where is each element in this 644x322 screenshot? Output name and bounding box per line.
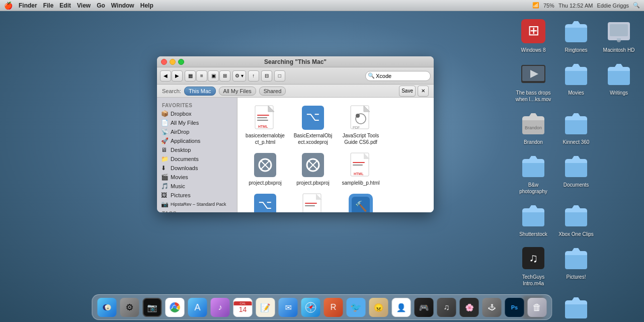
- desktop-icon-ringtones[interactable]: Ringtones: [556, 15, 596, 55]
- dock-address-book[interactable]: 👤: [391, 297, 412, 318]
- dock-safari[interactable]: [300, 297, 321, 318]
- dock-chrome[interactable]: [165, 297, 186, 318]
- dock: ⚙ 📷 A ♪: [92, 294, 552, 320]
- file-js-tools-pdf[interactable]: PDF JavaScript Tools Guide CS6.pdf: [338, 103, 383, 147]
- file-samplelib-html[interactable]: HTML samplelib_p.html: [338, 150, 383, 188]
- menu-edit[interactable]: Edit: [59, 2, 71, 9]
- back-button[interactable]: ◀: [160, 70, 171, 82]
- dock-ical[interactable]: CAL 14: [232, 297, 254, 318]
- desktop-icon-brandon[interactable]: Brandon Brandon: [513, 107, 553, 147]
- dock-angry-birds[interactable]: 😠: [368, 297, 389, 318]
- dock-game-center[interactable]: 🎮: [414, 297, 435, 318]
- apple-menu[interactable]: 🍎: [4, 2, 13, 10]
- search-input[interactable]: [365, 71, 431, 81]
- file-samplelib-xcodeproj[interactable]: ⌥ SampleLib.xcodeproj: [243, 191, 288, 212]
- music-folder-icon: [562, 293, 590, 321]
- dock-app-store[interactable]: A: [187, 297, 208, 318]
- action-button[interactable]: ⚙ ▾: [232, 70, 246, 82]
- view-cover-btn[interactable]: ⊞: [219, 70, 230, 82]
- dock-itunes[interactable]: ♪: [210, 297, 231, 318]
- dock-reminders[interactable]: 📝: [255, 297, 276, 318]
- desktop-icon-music-folder[interactable]: Music: [556, 291, 596, 322]
- desktop-icon-movies[interactable]: Movies: [556, 58, 596, 105]
- menu-file[interactable]: File: [43, 2, 54, 9]
- sidebar-item-documents[interactable]: 📁 Documents: [157, 154, 237, 164]
- documents-icon: 📁: [161, 155, 168, 163]
- menubar-right: 📶 75% Thu 12:52 AM Eddie Griggs 🔍: [532, 2, 640, 9]
- file-basic-xcodeproj[interactable]: ⌥ BasicExternalObject.xcodeproj: [290, 103, 336, 147]
- desktop-icon-row-1: ⊞ Windows 8 Ringtones: [513, 15, 639, 55]
- dock-gamepad[interactable]: 🕹: [481, 297, 503, 318]
- desktop-icon-writings[interactable]: Writings: [599, 58, 639, 105]
- svg-text:HTML: HTML: [258, 125, 268, 128]
- sidebar-item-desktop[interactable]: 🖥 Desktop: [157, 145, 237, 154]
- desktop-icon-windows8[interactable]: ⊞ Windows 8: [513, 15, 553, 55]
- file-label-5: project.pbxproj: [296, 180, 330, 186]
- search-bar: 🔍: [365, 71, 431, 81]
- forward-button[interactable]: ▶: [172, 70, 183, 82]
- menu-help[interactable]: Help: [140, 2, 153, 9]
- menu-go[interactable]: Go: [97, 2, 105, 9]
- sidebar-item-dropbox[interactable]: 📦 Dropbox: [157, 109, 237, 118]
- close-button[interactable]: [161, 59, 167, 65]
- dock-reeder[interactable]: R: [323, 297, 344, 318]
- username: Eddie Griggs: [597, 3, 629, 9]
- sidebar-item-airdrop[interactable]: 📡 AirDrop: [157, 127, 237, 136]
- sidebar-item-hipstarev[interactable]: 📷 HipstaRev – Standard Pack: [157, 200, 237, 209]
- file-project-pbx-2[interactable]: project.pbxproj: [290, 150, 336, 188]
- file-basicexternalobject-html[interactable]: HTML basicexternalobject_p.html: [243, 103, 288, 147]
- scope-this-mac[interactable]: This Mac: [184, 87, 216, 96]
- desktop-icon-small: 🖥: [161, 146, 168, 153]
- desktop-icon-shutterstock[interactable]: Shutterstock: [513, 199, 553, 239]
- desktop-icon-macintosh-hd[interactable]: Macintosh HD: [599, 15, 639, 55]
- share-button[interactable]: ↑: [248, 70, 259, 82]
- dock-mail[interactable]: ✉: [278, 297, 299, 318]
- airdrop-icon: 📡: [161, 128, 168, 135]
- desktop-icon-pictures[interactable]: Pictures!: [556, 242, 596, 289]
- sidebar-item-all-my-files[interactable]: 📄 All My Files: [157, 118, 237, 127]
- save-button[interactable]: Save: [399, 86, 416, 97]
- pdf-icon: PDF: [348, 105, 374, 131]
- scope-all-my-files[interactable]: All My Files: [219, 87, 256, 96]
- close-scope-button[interactable]: ✕: [418, 86, 429, 97]
- maximize-button[interactable]: [178, 59, 184, 65]
- scope-shared[interactable]: Shared: [259, 87, 286, 96]
- arrange-button[interactable]: ⊟: [261, 70, 272, 82]
- dock-photoshop[interactable]: Ps: [504, 297, 525, 318]
- dock-finder[interactable]: [97, 297, 118, 318]
- sidebar-item-downloads[interactable]: ⬇ Downloads: [157, 164, 237, 173]
- menu-finder[interactable]: Finder: [19, 2, 37, 9]
- desktop-icon-bw-photo[interactable]: B&w photography: [513, 150, 553, 197]
- view-list-btn[interactable]: ≡: [196, 70, 207, 82]
- menu-window[interactable]: Window: [111, 2, 134, 9]
- desktop-icon-video[interactable]: The bass drops when l…ks.mov: [513, 58, 553, 105]
- file-project-pbx-1[interactable]: project.pbxproj: [243, 150, 288, 188]
- sidebar-item-movies[interactable]: 🎬 Movies: [157, 173, 237, 182]
- desktop-icon-xbox[interactable]: Xbox One Clips: [556, 199, 596, 239]
- macintosh-hd-icon: [605, 17, 633, 45]
- view-icon-btn[interactable]: ▦: [185, 70, 196, 82]
- dock-photo-booth[interactable]: 📷: [142, 297, 163, 318]
- desktop-icon-techguys[interactable]: ♫ TechGuys Intro.m4a: [513, 242, 553, 289]
- dock-system-preferences[interactable]: ⚙: [119, 297, 140, 318]
- desktop-icon-kinnect[interactable]: Kinnect 360: [556, 107, 596, 147]
- view-column-btn[interactable]: ▣: [208, 70, 219, 82]
- file-xcode-app[interactable]: 🔨 Xcode: [338, 191, 383, 212]
- sidebar-item-music[interactable]: 🎵 Music: [157, 182, 237, 191]
- tags-label: TAGS: [157, 209, 237, 212]
- dock-twitter[interactable]: 🐦: [346, 297, 367, 318]
- dock-soundflower[interactable]: 🌸: [459, 297, 480, 318]
- spotlight-icon[interactable]: 🔍: [633, 2, 640, 9]
- file-sampleprojects-html[interactable]: HTML sampleprojects.html: [290, 191, 336, 212]
- kinnect-label: Kinnect 360: [563, 139, 590, 145]
- menu-view[interactable]: View: [77, 2, 91, 9]
- clock: Thu 12:52 AM: [558, 3, 593, 9]
- dock-trash[interactable]: 🗑: [527, 297, 548, 318]
- desktop-icon-blank-4: [599, 150, 639, 197]
- quick-look-button[interactable]: □: [274, 70, 285, 82]
- sidebar-item-applications[interactable]: 🚀 Applications: [157, 136, 237, 145]
- sidebar-item-pictures[interactable]: 🖼 Pictures: [157, 191, 237, 200]
- desktop-icon-documents[interactable]: Documents: [556, 150, 596, 197]
- dock-music[interactable]: ♫: [436, 297, 457, 318]
- minimize-button[interactable]: [170, 59, 176, 65]
